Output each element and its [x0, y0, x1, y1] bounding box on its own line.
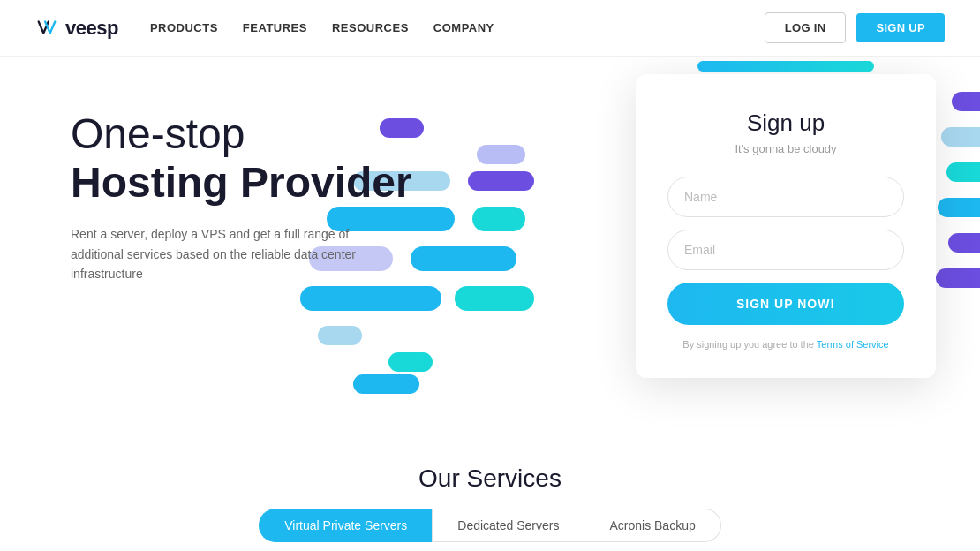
services-tabs: Virtual Private Servers Dedicated Server… — [0, 509, 980, 542]
signup-terms: By signing up you agree to the Terms of … — [667, 339, 904, 350]
nav-link-features[interactable]: FEATURES — [243, 21, 307, 34]
signup-card-title: Sign up — [667, 109, 904, 137]
signup-now-button[interactable]: SIGN UP NOW! — [667, 283, 904, 325]
tab-dedicated[interactable]: Dedicated Servers — [432, 509, 584, 542]
nav-links: PRODUCTS FEATURES RESOURCES COMPANY — [150, 21, 494, 34]
navbar: veesp PRODUCTS FEATURES RESOURCES COMPAN… — [0, 0, 980, 57]
main-content: One-stop Hosting Provider Rent a server,… — [0, 57, 980, 551]
nav-right: LOG IN SIGN UP — [765, 12, 945, 43]
hero-description: Rent a server, deploy a VPS and get a fu… — [71, 224, 371, 283]
nav-link-resources[interactable]: RESOURCES — [332, 21, 409, 34]
tab-acronis[interactable]: Acronis Backup — [584, 509, 720, 542]
signup-card-subtitle: It's gonna be cloudy — [667, 142, 904, 155]
name-input[interactable] — [667, 177, 904, 217]
tab-vps[interactable]: Virtual Private Servers — [259, 509, 432, 542]
logo[interactable]: veesp — [35, 17, 118, 40]
signup-card: Sign up It's gonna be cloudy SIGN UP NOW… — [636, 74, 936, 378]
logo-icon — [35, 17, 58, 40]
terms-link[interactable]: Terms of Service — [817, 339, 889, 350]
nav-left: veesp PRODUCTS FEATURES RESOURCES COMPAN… — [35, 17, 494, 40]
services-section: Our Services Virtual Private Servers Ded… — [0, 447, 980, 551]
logo-text: veesp — [65, 17, 118, 40]
signup-nav-button[interactable]: SIGN UP — [856, 13, 945, 42]
email-input[interactable] — [667, 230, 904, 270]
card-top-bar — [697, 61, 874, 72]
nav-link-products[interactable]: PRODUCTS — [150, 21, 218, 34]
services-title: Our Services — [0, 464, 980, 493]
login-button[interactable]: LOG IN — [765, 12, 847, 43]
nav-link-company[interactable]: COMPANY — [433, 21, 494, 34]
